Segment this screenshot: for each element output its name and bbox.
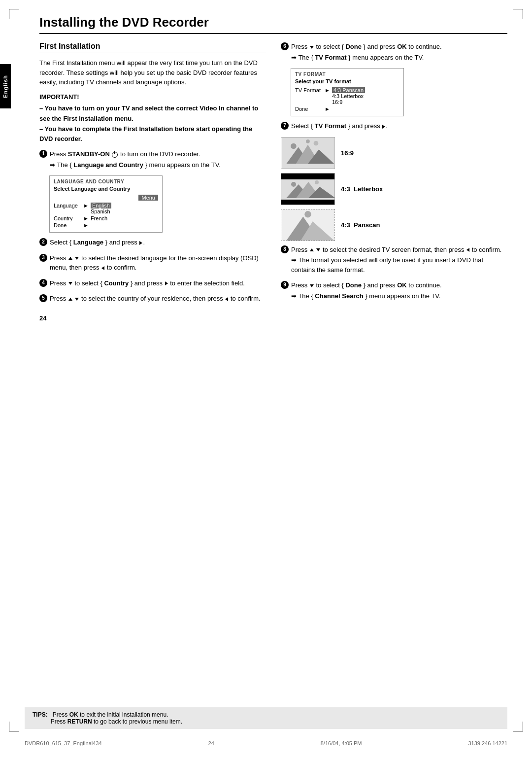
mountain-svg-panscan	[281, 209, 334, 241]
step-6: 6 Press to select { Done } and press OK …	[281, 42, 507, 63]
footer-far-right: 3139 246 14221	[468, 740, 507, 746]
step-7-content: Select { TV Format } and press .	[291, 121, 507, 132]
step-1: 1 Press STANDBY-ON to turn on the DVD re…	[39, 149, 266, 171]
tv-option-43panscan: 4:3 Panscan	[332, 87, 365, 93]
arrow-left-icon	[101, 266, 104, 270]
step-2-number: 2	[39, 238, 47, 246]
arrow-down-icon	[75, 257, 79, 260]
step-3: 3 Press to select the desired language f…	[39, 253, 266, 274]
arrow-up-icon	[68, 257, 72, 260]
step-4: 4 Press to select { Country } and press …	[39, 278, 266, 289]
menu-arrow-country: ►	[83, 215, 89, 221]
arrow-right-icon	[139, 241, 142, 245]
menu-label-done: Done	[54, 222, 83, 228]
right-column: 6 Press to select { Done } and press OK …	[281, 42, 507, 310]
important-text: – You have to turn on your TV and select…	[39, 104, 266, 144]
svg-point-4	[291, 143, 297, 149]
arrow-up-8	[310, 248, 314, 251]
menu-box-title: LANGUAGE AND COUNTRY	[54, 179, 158, 184]
step-3-content: Press to select the desired language for…	[50, 253, 266, 274]
tv-image-169	[281, 137, 335, 169]
tv-format-arrow: ►	[325, 87, 330, 93]
menu-arrow-language: ►	[83, 203, 89, 208]
language-country-menu-box: LANGUAGE AND COUNTRY Select Language and…	[49, 175, 266, 233]
arrow-right-icon-4	[165, 281, 168, 285]
svg-point-11	[291, 182, 296, 187]
corner-mark-bl	[9, 722, 19, 731]
tab-label: English	[2, 75, 8, 98]
menu-option-spanish: Spanish	[91, 208, 111, 214]
step-4-content: Press to select { Country } and press to…	[50, 278, 266, 289]
step-5-number: 5	[39, 294, 47, 302]
corner-mark-tl	[9, 9, 19, 19]
tv-format-options: 4:3 Panscan 4:3 Letterbox 16:9	[332, 87, 365, 105]
arrow-left-icon-5	[225, 297, 228, 301]
tv-format-title: TV FORMAT	[295, 71, 399, 77]
menu-label-language: Language	[54, 203, 83, 208]
tv-format-row: TV Format ► 4:3 Panscan 4:3 Letterbox 16…	[295, 87, 399, 105]
left-column: First Installation The First Installatio…	[34, 42, 266, 310]
menu-box: LANGUAGE AND COUNTRY Select Language and…	[49, 175, 163, 233]
step-8: 8 Press to select the desired TV screen …	[281, 245, 507, 276]
tips-section: TIPS: Press OK to exit the initial insta…	[25, 707, 507, 729]
arrow-up-icon-5	[68, 298, 72, 301]
step-7-number: 7	[281, 122, 289, 130]
tips-label: TIPS:	[33, 711, 51, 718]
step-4-number: 4	[39, 279, 47, 287]
two-column-layout: First Installation The First Installatio…	[34, 42, 507, 310]
tv-format-label: TV Format	[295, 87, 325, 93]
step-6-content: Press to select { Done } and press OK to…	[291, 42, 507, 63]
corner-mark-tr	[513, 9, 523, 19]
page-content: Installing the DVD Recorder First Instal…	[25, 15, 507, 322]
step-2: 2 Select { Language } and press .	[39, 238, 266, 248]
svg-point-5	[314, 140, 319, 145]
footer: DVDR610_615_37_Engfinal434 24 8/16/04, 4…	[25, 740, 507, 746]
svg-point-12	[315, 180, 319, 184]
step-9-content: Press to select { Done } and press OK to…	[291, 280, 507, 302]
menu-row-done: Done ►	[54, 222, 158, 228]
step-6-number: 6	[281, 42, 289, 50]
menu-header-row: Menu	[54, 195, 158, 201]
corner-mark-br	[513, 722, 523, 731]
tv-format-done-label: Done	[295, 106, 325, 112]
menu-options-language: English Spanish	[91, 203, 111, 214]
arrow-down-9	[310, 284, 314, 287]
tv-image-panscan	[281, 209, 335, 241]
page-number: 24	[34, 314, 507, 322]
tv-label-letterbox: 4:3 Letterbox	[341, 185, 383, 193]
letterbox-content	[281, 179, 335, 200]
section-title: First Installation	[39, 42, 266, 53]
tv-image-169-row: 16:9	[281, 137, 507, 169]
footer-right: 8/16/04, 4:05 PM	[321, 740, 362, 746]
svg-point-16	[304, 210, 311, 217]
step-7: 7 Select { TV Format } and press .	[281, 121, 507, 132]
step-8-content: Press to select the desired TV screen fo…	[291, 245, 507, 276]
menu-options-country: French	[91, 215, 107, 221]
important-label: IMPORTANT!	[39, 92, 266, 102]
menu-arrow-done: ►	[83, 222, 89, 228]
step-3-number: 3	[39, 254, 47, 262]
tv-label-panscan: 4:3 Panscan	[341, 221, 380, 229]
menu-header-label: Menu	[138, 195, 158, 201]
language-tab: English	[0, 64, 11, 108]
tv-image-panscan-row: 4:3 Panscan	[281, 209, 507, 241]
arrow-left-8	[466, 248, 469, 252]
tv-option-43letterbox: 4:3 Letterbox	[332, 93, 365, 99]
mountain-svg-169	[281, 138, 334, 169]
menu-label-country: Country	[54, 215, 83, 221]
tv-image-letterbox-row: 4:3 Letterbox	[281, 173, 507, 205]
tv-format-subtitle: Select your TV format	[295, 78, 399, 84]
step-1-content: Press STANDBY-ON to turn on the DVD reco…	[50, 149, 266, 171]
tv-format-menu-box: TV FORMAT Select your TV format TV Forma…	[291, 68, 507, 116]
arrow-down-icon-5	[75, 298, 79, 301]
step-5-content: Press to select the country of your resi…	[50, 294, 266, 305]
menu-option-french: French	[91, 215, 107, 221]
menu-option-english: English	[91, 203, 111, 208]
tv-format-box: TV FORMAT Select your TV format TV Forma…	[291, 68, 404, 116]
tv-format-images: 16:9	[281, 137, 507, 241]
step-2-content: Select { Language } and press .	[50, 238, 266, 248]
step-9-number: 9	[281, 281, 289, 289]
tv-label-169: 16:9	[341, 149, 354, 157]
arrow-down-icon-4	[68, 282, 72, 285]
arrow-down-8	[316, 248, 320, 251]
